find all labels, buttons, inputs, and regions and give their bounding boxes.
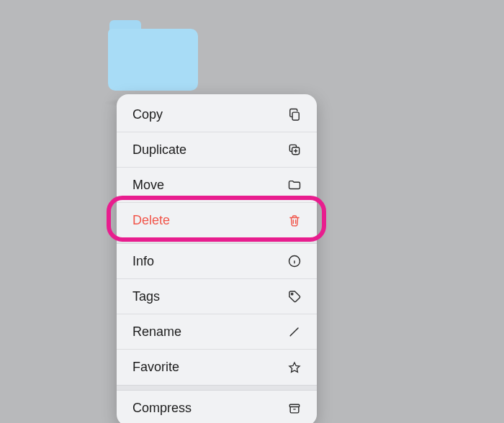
svg-rect-4 [289, 404, 299, 406]
menu-item-label: Compress [132, 401, 192, 416]
menu-separator [117, 238, 317, 244]
menu-item-label: Duplicate [132, 142, 186, 158]
menu-item-tags[interactable]: Tags [117, 279, 317, 314]
star-icon [287, 360, 302, 376]
duplicate-icon [287, 142, 302, 158]
menu-item-copy[interactable]: Copy [117, 97, 317, 132]
svg-rect-0 [292, 112, 299, 120]
menu-item-compress[interactable]: Compress [117, 391, 317, 423]
menu-item-label: Copy [132, 107, 163, 122]
menu-item-label: Delete [132, 213, 170, 228]
menu-separator [117, 385, 317, 391]
menu-item-rename[interactable]: Rename [117, 314, 317, 350]
folder-icon [287, 177, 302, 193]
menu-item-info[interactable]: Info [117, 244, 317, 279]
menu-item-label: Tags [132, 289, 160, 304]
pencil-icon [287, 324, 302, 340]
folder-body [108, 29, 198, 91]
menu-item-delete[interactable]: Delete [117, 203, 317, 238]
folder[interactable] [108, 20, 198, 92]
menu-item-move[interactable]: Move [117, 168, 317, 203]
menu-item-label: Rename [132, 324, 181, 340]
menu-item-label: Favorite [132, 360, 179, 375]
menu-item-duplicate[interactable]: Duplicate [117, 132, 317, 168]
menu-item-label: Info [132, 254, 154, 269]
trash-icon [287, 213, 302, 229]
info-icon [287, 253, 302, 269]
menu-item-label: Move [132, 178, 164, 193]
svg-point-3 [292, 294, 293, 295]
copy-icon [287, 106, 302, 122]
archive-icon [287, 401, 302, 417]
context-menu: Copy Duplicate Move Delete [117, 94, 317, 423]
menu-item-favorite[interactable]: Favorite [117, 350, 317, 385]
tag-icon [287, 288, 302, 304]
